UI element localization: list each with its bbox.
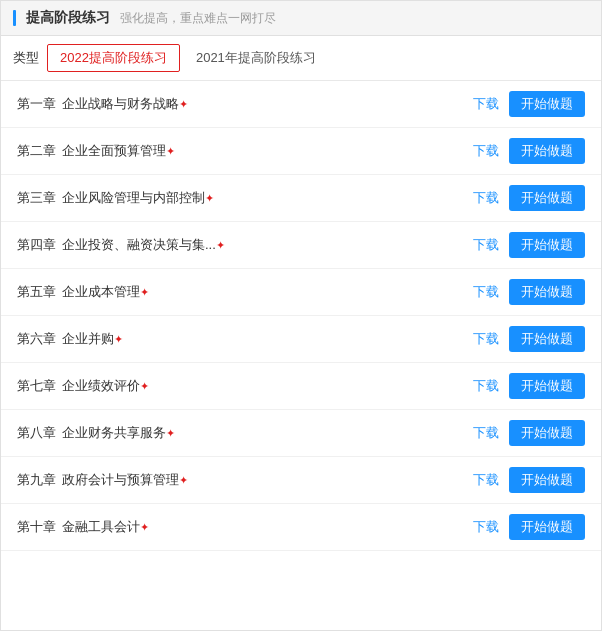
chapter-row: 第一章企业战略与财务战略✦下载开始做题 — [1, 81, 601, 128]
header-subtitle: 强化提高，重点难点一网打尽 — [120, 10, 276, 27]
start-button-9[interactable]: 开始做题 — [509, 514, 585, 540]
chapter-right-1: 下载开始做题 — [473, 138, 585, 164]
start-button-7[interactable]: 开始做题 — [509, 420, 585, 446]
chapter-left-8: 第九章政府会计与预算管理✦ — [17, 471, 473, 489]
chapter-title-2: 企业风险管理与内部控制✦ — [62, 189, 214, 207]
chapter-num-9: 第十章 — [17, 518, 56, 536]
chapter-left-2: 第三章企业风险管理与内部控制✦ — [17, 189, 473, 207]
chapter-left-6: 第七章企业绩效评价✦ — [17, 377, 473, 395]
chapter-left-7: 第八章企业财务共享服务✦ — [17, 424, 473, 442]
chapter-row: 第八章企业财务共享服务✦下载开始做题 — [1, 410, 601, 457]
chapter-right-7: 下载开始做题 — [473, 420, 585, 446]
chapter-right-4: 下载开始做题 — [473, 279, 585, 305]
tab-2022[interactable]: 2022提高阶段练习 — [47, 44, 180, 72]
chapter-row: 第六章企业并购✦下载开始做题 — [1, 316, 601, 363]
chapter-num-5: 第六章 — [17, 330, 56, 348]
download-button-3[interactable]: 下载 — [473, 236, 499, 254]
chapter-right-3: 下载开始做题 — [473, 232, 585, 258]
start-button-2[interactable]: 开始做题 — [509, 185, 585, 211]
header-title: 提高阶段练习 — [26, 9, 110, 27]
chapter-row: 第三章企业风险管理与内部控制✦下载开始做题 — [1, 175, 601, 222]
download-button-2[interactable]: 下载 — [473, 189, 499, 207]
chapter-right-8: 下载开始做题 — [473, 467, 585, 493]
chapter-title-0: 企业战略与财务战略✦ — [62, 95, 188, 113]
download-button-9[interactable]: 下载 — [473, 518, 499, 536]
chapter-num-2: 第三章 — [17, 189, 56, 207]
chapter-row: 第七章企业绩效评价✦下载开始做题 — [1, 363, 601, 410]
chapter-title-4: 企业成本管理✦ — [62, 283, 149, 301]
chapter-num-3: 第四章 — [17, 236, 56, 254]
download-button-7[interactable]: 下载 — [473, 424, 499, 442]
chapter-row: 第四章企业投资、融资决策与集...✦下载开始做题 — [1, 222, 601, 269]
chapter-left-4: 第五章企业成本管理✦ — [17, 283, 473, 301]
chapter-title-8: 政府会计与预算管理✦ — [62, 471, 188, 489]
start-button-6[interactable]: 开始做题 — [509, 373, 585, 399]
chapter-right-9: 下载开始做题 — [473, 514, 585, 540]
chapter-row: 第十章金融工具会计✦下载开始做题 — [1, 504, 601, 551]
header-section: 提高阶段练习 强化提高，重点难点一网打尽 — [1, 1, 601, 36]
tab-row: 类型 2022提高阶段练习 2021年提高阶段练习 — [1, 36, 601, 81]
chapter-left-3: 第四章企业投资、融资决策与集...✦ — [17, 236, 473, 254]
chapter-left-0: 第一章企业战略与财务战略✦ — [17, 95, 473, 113]
chapter-left-1: 第二章企业全面预算管理✦ — [17, 142, 473, 160]
header-bar-decoration — [13, 10, 16, 26]
start-button-8[interactable]: 开始做题 — [509, 467, 585, 493]
chapter-star-2: ✦ — [205, 192, 214, 204]
chapter-num-0: 第一章 — [17, 95, 56, 113]
chapter-star-4: ✦ — [140, 286, 149, 298]
download-button-6[interactable]: 下载 — [473, 377, 499, 395]
start-button-3[interactable]: 开始做题 — [509, 232, 585, 258]
download-button-1[interactable]: 下载 — [473, 142, 499, 160]
chapter-num-6: 第七章 — [17, 377, 56, 395]
download-button-8[interactable]: 下载 — [473, 471, 499, 489]
chapter-right-0: 下载开始做题 — [473, 91, 585, 117]
start-button-0[interactable]: 开始做题 — [509, 91, 585, 117]
chapter-star-8: ✦ — [179, 474, 188, 486]
download-button-4[interactable]: 下载 — [473, 283, 499, 301]
chapter-star-5: ✦ — [114, 333, 123, 345]
chapter-title-3: 企业投资、融资决策与集...✦ — [62, 236, 225, 254]
chapter-row: 第九章政府会计与预算管理✦下载开始做题 — [1, 457, 601, 504]
chapter-star-3: ✦ — [216, 239, 225, 251]
chapter-num-4: 第五章 — [17, 283, 56, 301]
start-button-5[interactable]: 开始做题 — [509, 326, 585, 352]
chapter-right-5: 下载开始做题 — [473, 326, 585, 352]
chapter-title-7: 企业财务共享服务✦ — [62, 424, 175, 442]
chapter-row: 第五章企业成本管理✦下载开始做题 — [1, 269, 601, 316]
chapter-row: 第二章企业全面预算管理✦下载开始做题 — [1, 128, 601, 175]
chapter-star-9: ✦ — [140, 521, 149, 533]
chapter-title-1: 企业全面预算管理✦ — [62, 142, 175, 160]
chapter-num-8: 第九章 — [17, 471, 56, 489]
main-container: 提高阶段练习 强化提高，重点难点一网打尽 类型 2022提高阶段练习 2021年… — [0, 0, 602, 631]
chapter-title-6: 企业绩效评价✦ — [62, 377, 149, 395]
chapter-left-5: 第六章企业并购✦ — [17, 330, 473, 348]
chapter-title-5: 企业并购✦ — [62, 330, 123, 348]
chapter-right-2: 下载开始做题 — [473, 185, 585, 211]
chapter-star-1: ✦ — [166, 145, 175, 157]
tab-label: 类型 — [13, 49, 39, 67]
chapter-list: 第一章企业战略与财务战略✦下载开始做题第二章企业全面预算管理✦下载开始做题第三章… — [1, 81, 601, 551]
chapter-right-6: 下载开始做题 — [473, 373, 585, 399]
download-button-5[interactable]: 下载 — [473, 330, 499, 348]
chapter-left-9: 第十章金融工具会计✦ — [17, 518, 473, 536]
start-button-1[interactable]: 开始做题 — [509, 138, 585, 164]
tab-2021[interactable]: 2021年提高阶段练习 — [184, 45, 328, 71]
chapter-num-1: 第二章 — [17, 142, 56, 160]
chapter-star-0: ✦ — [179, 98, 188, 110]
chapter-num-7: 第八章 — [17, 424, 56, 442]
chapter-star-6: ✦ — [140, 380, 149, 392]
start-button-4[interactable]: 开始做题 — [509, 279, 585, 305]
download-button-0[interactable]: 下载 — [473, 95, 499, 113]
chapter-title-9: 金融工具会计✦ — [62, 518, 149, 536]
chapter-star-7: ✦ — [166, 427, 175, 439]
